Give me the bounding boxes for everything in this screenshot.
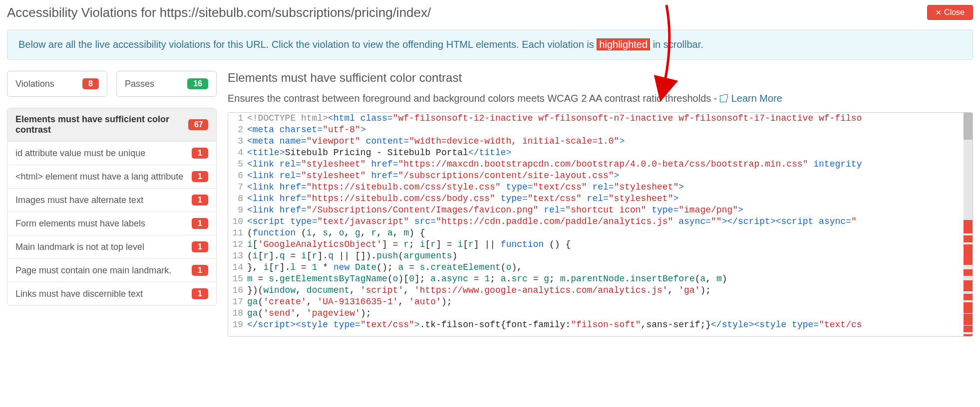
- violation-count-badge: 1: [192, 241, 208, 252]
- line-number: 18: [230, 308, 247, 319]
- code-line: 13(i[r].q = i[r].q || []).push(arguments…: [230, 250, 964, 262]
- scrollbar-violation-mark[interactable]: [964, 220, 973, 233]
- violation-count-badge: 1: [192, 218, 208, 229]
- line-number: 10: [230, 216, 247, 227]
- code-line: 12i['GoogleAnalyticsObject'] = r; i[r] =…: [230, 239, 964, 250]
- code-line: 2<meta charset="utf-8">: [230, 124, 964, 136]
- code-line: 4<title>Sitebulb Pricing - Sitebulb Port…: [230, 147, 964, 159]
- close-icon: ✕: [936, 9, 942, 16]
- violation-label: Elements must have sufficient color cont…: [15, 114, 188, 135]
- violation-row[interactable]: Elements must have sufficient color cont…: [7, 108, 216, 142]
- close-label: Close: [944, 8, 965, 17]
- detail-title: Elements must have sufficient color cont…: [228, 71, 973, 85]
- violation-count-badge: 1: [192, 288, 208, 299]
- code-line: 18ga('send', 'pageview');: [230, 308, 964, 319]
- code-line: 11(function (i, s, o, g, r, a, m) {: [230, 227, 964, 239]
- detail-sub-text: Ensures the contrast between foreground …: [228, 93, 720, 104]
- tab-passes-label: Passes: [125, 79, 154, 89]
- passes-count-badge: 16: [187, 78, 208, 89]
- line-number: 8: [230, 193, 247, 204]
- scrollbar-markbar[interactable]: [964, 113, 973, 336]
- scrollbar-violation-mark[interactable]: [964, 235, 973, 242]
- scrollbar-violation-mark[interactable]: [964, 302, 973, 313]
- violation-row[interactable]: Links must have discernible text1: [7, 282, 216, 305]
- violation-label: Images must have alternate text: [15, 195, 143, 205]
- violation-label: Page must contain one main landmark.: [15, 265, 171, 276]
- scrollbar-violation-mark[interactable]: [964, 269, 973, 276]
- highlighted-word: highlighted: [597, 38, 650, 50]
- violation-label: <html> element must have a lang attribut…: [15, 172, 183, 182]
- tab-passes[interactable]: Passes 16: [116, 71, 217, 97]
- info-text-prefix: Below are all the live accessibility vio…: [18, 39, 597, 50]
- code-line: 5<link rel="stylesheet" href="https://ma…: [230, 159, 964, 170]
- line-number: 4: [230, 147, 247, 159]
- violation-row[interactable]: Images must have alternate text1: [7, 189, 216, 212]
- scrollbar-violation-mark[interactable]: [964, 244, 973, 264]
- violation-count-badge: 67: [188, 119, 208, 130]
- line-number: 14: [230, 262, 247, 273]
- tab-violations[interactable]: Violations 8: [7, 71, 107, 97]
- learn-more-label: Learn More: [731, 93, 782, 104]
- line-number: 5: [230, 159, 247, 170]
- page-title: Accessibility Violations for https://sit…: [7, 5, 431, 20]
- line-number: 3: [230, 136, 247, 147]
- violation-row[interactable]: Page must contain one main landmark.1: [7, 259, 216, 282]
- violation-label: Form elements must have labels: [15, 218, 145, 229]
- violation-label: id attribute value must be unique: [15, 148, 145, 159]
- line-number: 1: [230, 113, 247, 124]
- line-number: 11: [230, 227, 247, 239]
- code-viewer: 1<!DOCTYPE html><html class="wf-filsonso…: [228, 112, 973, 337]
- line-number: 16: [230, 285, 247, 296]
- violation-label: Main landmark is not at top level: [15, 242, 144, 252]
- violation-label: Links must have discernible text: [15, 289, 143, 299]
- code-line: 15m = s.getElementsByTagName(o)[0]; a.as…: [230, 273, 964, 285]
- line-number: 17: [230, 296, 247, 308]
- scrollbar-violation-mark[interactable]: [964, 294, 973, 300]
- code-line: 17ga('create', 'UA-91316635-1', 'auto');: [230, 296, 964, 308]
- violation-count-badge: 1: [192, 171, 208, 182]
- violation-row[interactable]: Main landmark is not at top level1: [7, 235, 216, 259]
- tab-violations-label: Violations: [15, 79, 54, 89]
- scrollbar-violation-mark[interactable]: [964, 334, 973, 336]
- violations-list: Elements must have sufficient color cont…: [7, 108, 217, 306]
- line-number: 7: [230, 182, 247, 193]
- scrollbar-thumb[interactable]: [964, 113, 973, 140]
- code-line: 3<meta name="viewport" content="width=de…: [230, 136, 964, 147]
- detail-subtitle: Ensures the contrast between foreground …: [228, 93, 973, 104]
- line-number: 2: [230, 124, 247, 136]
- line-number: 12: [230, 239, 247, 250]
- violation-count-badge: 1: [192, 148, 208, 159]
- scrollbar-violation-mark[interactable]: [964, 314, 973, 325]
- line-number: 13: [230, 250, 247, 262]
- violation-row[interactable]: Form elements must have labels1: [7, 212, 216, 235]
- code-line: 6<link rel="stylesheet" href="/subscript…: [230, 170, 964, 182]
- external-link-icon: [720, 95, 727, 102]
- violation-count-badge: 1: [192, 195, 208, 205]
- code-line: 10<script type="text/javascript" src="ht…: [230, 216, 964, 227]
- code-line: 14}, i[r].l = 1 * new Date(); a = s.crea…: [230, 262, 964, 273]
- line-number: 9: [230, 204, 247, 216]
- scrollbar-violation-mark[interactable]: [964, 280, 973, 291]
- violation-count-badge: 1: [192, 265, 208, 276]
- learn-more-link[interactable]: Learn More: [720, 93, 782, 104]
- code-line: 16})(window, document, 'script', 'https:…: [230, 285, 964, 296]
- code-line: 7<link href="https://sitebulb.com/css/st…: [230, 182, 964, 193]
- line-number: 19: [230, 319, 247, 331]
- violation-row[interactable]: <html> element must have a lang attribut…: [7, 165, 216, 189]
- close-button[interactable]: ✕ Close: [927, 5, 973, 20]
- scrollbar-violation-mark[interactable]: [964, 326, 973, 332]
- code-body[interactable]: 1<!DOCTYPE html><html class="wf-filsonso…: [228, 113, 964, 336]
- code-line: 9<link href="/Subscriptions/Content/Imag…: [230, 204, 964, 216]
- info-text-suffix: in scrollbar.: [653, 39, 703, 50]
- code-line: 8<link href="https://sitebulb.com/css/bo…: [230, 193, 964, 204]
- line-number: 6: [230, 170, 247, 182]
- line-number: 15: [230, 273, 247, 285]
- code-line: 1<!DOCTYPE html><html class="wf-filsonso…: [230, 113, 964, 124]
- code-line: 19</script><style type="text/css">.tk-fi…: [230, 319, 964, 331]
- violations-count-badge: 8: [82, 78, 99, 89]
- violation-row[interactable]: id attribute value must be unique1: [7, 142, 216, 165]
- info-banner: Below are all the live accessibility vio…: [7, 29, 973, 60]
